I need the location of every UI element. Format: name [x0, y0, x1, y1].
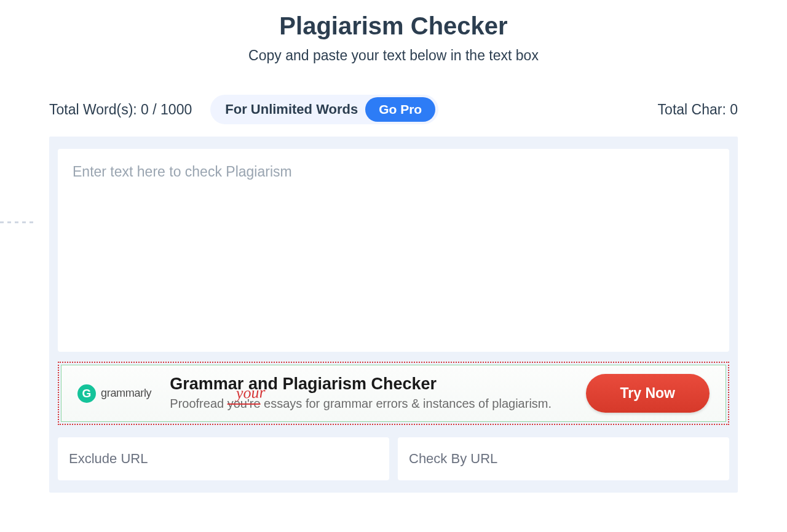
grammarly-brand: G grammarly [77, 384, 151, 403]
ad-container: G grammarly Grammar and Plagiarism Check… [58, 362, 729, 425]
page-subtitle: Copy and paste your text below in the te… [49, 47, 738, 64]
plagiarism-text-input[interactable] [58, 149, 729, 352]
exclude-url-input[interactable] [58, 437, 389, 480]
unlimited-words-text: For Unlimited Words [225, 101, 358, 117]
ad-body-prefix: Proofread [170, 397, 227, 410]
go-pro-button[interactable]: Go Pro [365, 97, 435, 122]
try-now-button[interactable]: Try Now [586, 374, 710, 413]
ad-title: Grammar and Plagiarism Checker [170, 375, 567, 394]
char-count-label: Total Char: 0 [658, 101, 738, 118]
url-inputs-row [58, 437, 729, 480]
grammarly-brand-name: grammarly [101, 387, 151, 400]
page-header: Plagiarism Checker Copy and paste your t… [49, 12, 738, 64]
stats-row: Total Word(s): 0 / 1000 For Unlimited Wo… [49, 95, 738, 124]
ad-body: your Proofread you're essays for grammar… [170, 395, 567, 413]
check-by-url-input[interactable] [398, 437, 729, 480]
ad-body-suffix: essays for grammar errors & instances of… [261, 397, 552, 410]
grammarly-logo-icon: G [77, 384, 96, 403]
word-count-label: Total Word(s): 0 / 1000 [49, 101, 192, 118]
ad-body-strike: you're [227, 397, 261, 410]
grammarly-ad-banner[interactable]: G grammarly Grammar and Plagiarism Check… [61, 365, 726, 422]
editor-area: G grammarly Grammar and Plagiarism Check… [49, 137, 738, 493]
decorative-dots [0, 221, 33, 223]
ad-copy: Grammar and Plagiarism Checker your Proo… [170, 375, 567, 413]
page-title: Plagiarism Checker [49, 12, 738, 40]
unlimited-words-pill: For Unlimited Words Go Pro [210, 95, 438, 124]
